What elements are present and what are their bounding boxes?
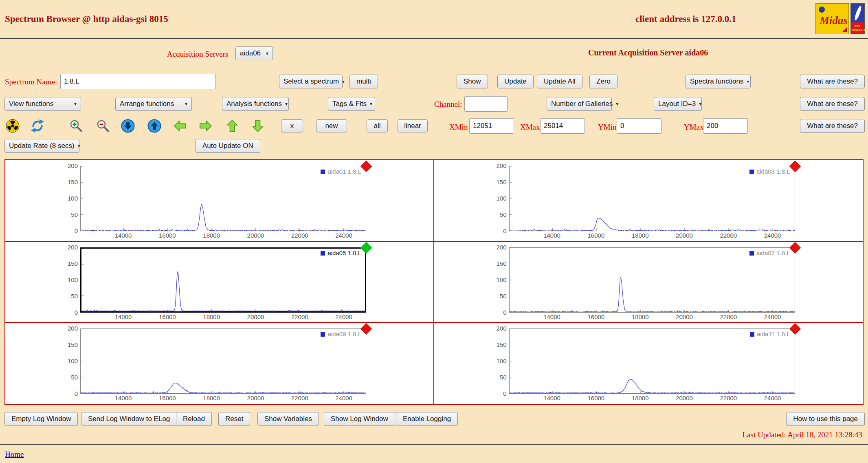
spectrum-plot[interactable]	[509, 166, 795, 231]
shift-down-icon[interactable]	[251, 119, 265, 133]
acquisition-server-value: aida06	[240, 49, 261, 57]
midas-logo: Midas	[815, 3, 849, 34]
channel-input[interactable]	[464, 96, 508, 112]
zero-button[interactable]: Zero	[589, 75, 617, 88]
gallery-panel-aida01[interactable]: 0501001502001400016000180002000022000240…	[5, 160, 434, 242]
ymax-label: YMax	[684, 123, 704, 132]
xmin-input[interactable]	[469, 118, 514, 134]
y-tick-label: 150	[484, 179, 507, 186]
x-tick-label: 16000	[149, 395, 186, 401]
x-tick-label: 18000	[622, 395, 659, 401]
analysis-functions-label: Analysis functions	[226, 100, 282, 108]
spectrum-plot[interactable]	[80, 166, 366, 231]
home-link[interactable]: Home	[5, 450, 24, 459]
enable-logging-button[interactable]: Enable Logging	[396, 412, 458, 426]
update-button[interactable]: Update	[497, 75, 534, 88]
spectra-functions-dropdown[interactable]: Spectra functions ▾	[686, 75, 751, 88]
x-tick-label: 20000	[237, 232, 274, 239]
x-tick-label: 14000	[105, 395, 142, 401]
view-functions-label: View functions	[9, 100, 53, 108]
spectrum-plot[interactable]	[509, 247, 795, 313]
gallery-panel-aida09[interactable]: 0501001502001400016000180002000022000240…	[5, 323, 434, 404]
what-are-these-button-1[interactable]: What are these?	[800, 75, 865, 88]
gallery-panel-aida07[interactable]: 0501001502001400016000180002000022000240…	[434, 242, 863, 323]
linear-button[interactable]: linear	[398, 119, 428, 132]
midas-logo-triangle-icon	[842, 27, 847, 32]
radiation-icon[interactable]	[6, 119, 20, 133]
shift-left-icon[interactable]	[173, 119, 187, 133]
select-spectrum-dropdown[interactable]: Select a spectrum ▾	[279, 75, 343, 88]
show-variables-button[interactable]: Show Variables	[257, 412, 319, 426]
spectrum-name-label: Spectrum Name:	[5, 77, 57, 86]
x-tick-label: 14000	[534, 395, 570, 401]
x-tick-label: 14000	[534, 232, 570, 239]
how-to-use-button[interactable]: How to use this page	[786, 412, 865, 426]
what-are-these-button-3[interactable]: What are these?	[800, 119, 865, 133]
spectrum-plot[interactable]	[80, 329, 366, 394]
y-tick-label: 200	[484, 244, 507, 251]
y-tick-label: 0	[55, 227, 78, 235]
layout-id-dropdown[interactable]: Layout ID=3 ▾	[654, 97, 702, 111]
show-button[interactable]: Show	[457, 75, 488, 88]
arrange-functions-label: Arrange functions	[120, 100, 174, 108]
y-tick-label: 0	[55, 309, 78, 316]
x-button[interactable]: x	[281, 119, 303, 132]
compress-y-icon[interactable]	[121, 119, 135, 133]
tags-fits-dropdown[interactable]: Tags & Fits ▾	[328, 97, 375, 111]
ymin-input[interactable]	[617, 118, 661, 134]
spectrum-plot[interactable]	[80, 247, 366, 313]
auto-update-button[interactable]: Auto Update ON	[196, 139, 260, 153]
show-log-window-button[interactable]: Show Log Window	[324, 412, 395, 426]
zoom-in-icon[interactable]	[69, 119, 83, 133]
shift-up-icon[interactable]	[225, 119, 239, 133]
y-tick-label: 0	[484, 227, 507, 235]
y-tick-label: 50	[55, 211, 78, 218]
reset-button[interactable]: Reset	[218, 412, 250, 426]
chevron-down-icon: ▾	[616, 101, 618, 107]
spectrum-plot[interactable]	[509, 329, 795, 394]
update-rate-label: Update Rate (8 secs)	[9, 142, 75, 150]
acquisition-server-select[interactable]: aida06 ▾	[235, 46, 273, 60]
ymin-label: YMin	[598, 123, 616, 132]
gallery-panel-aida05[interactable]: 0501001502001400016000180002000022000240…	[5, 242, 434, 323]
y-tick-label: 200	[484, 325, 507, 332]
y-tick-label: 0	[55, 390, 78, 397]
update-rate-dropdown[interactable]: Update Rate (8 secs) ▾	[4, 139, 79, 153]
refresh-icon[interactable]	[31, 119, 44, 133]
gallery-panel-aida11[interactable]: 0501001502001400016000180002000022000240…	[434, 323, 863, 404]
send-log-window-button[interactable]: Send Log Window to ELog	[81, 412, 177, 426]
y-tick-label: 200	[55, 325, 78, 332]
y-tick-label: 150	[484, 341, 507, 348]
empty-log-window-button[interactable]: Empty Log Window	[4, 412, 78, 426]
spectrum-name-input[interactable]	[60, 74, 216, 89]
new-button[interactable]: new	[316, 119, 347, 132]
number-of-galleries-dropdown[interactable]: Number of Galleries ▾	[547, 97, 612, 111]
ymax-input[interactable]	[703, 118, 748, 134]
analysis-functions-dropdown[interactable]: Analysis functions ▾	[222, 97, 289, 111]
multi-button[interactable]: multi	[349, 75, 378, 88]
tcl-powered-logo: TCL POWERED	[850, 3, 865, 34]
x-tick-label: 14000	[534, 313, 570, 320]
x-tick-label: 24000	[325, 395, 362, 401]
x-tick-label: 20000	[666, 395, 703, 401]
arrange-functions-dropdown[interactable]: Arrange functions ▾	[115, 97, 192, 111]
shift-right-icon[interactable]	[199, 119, 213, 133]
expand-y-icon[interactable]	[147, 119, 161, 133]
x-tick-label: 22000	[710, 395, 747, 401]
chevron-down-icon: ▾	[74, 101, 77, 107]
update-all-button[interactable]: Update All	[537, 75, 582, 88]
xmax-input[interactable]	[540, 118, 585, 134]
what-are-these-button-2[interactable]: What are these?	[800, 97, 865, 111]
x-tick-label: 16000	[578, 395, 614, 401]
all-button[interactable]: all	[367, 119, 388, 132]
y-tick-label: 0	[484, 309, 507, 316]
tcl-logo-line2: POWERED	[849, 28, 866, 32]
xmax-label: XMax	[520, 123, 540, 132]
reload-button[interactable]: Reload	[176, 412, 212, 426]
midas-logo-text: Midas	[820, 14, 848, 27]
chevron-down-icon: ▾	[266, 51, 268, 56]
chevron-down-icon: ▾	[342, 79, 345, 84]
view-functions-dropdown[interactable]: View functions ▾	[4, 97, 81, 111]
zoom-out-icon[interactable]	[96, 119, 110, 133]
gallery-panel-aida03[interactable]: 0501001502001400016000180002000022000240…	[434, 160, 863, 242]
